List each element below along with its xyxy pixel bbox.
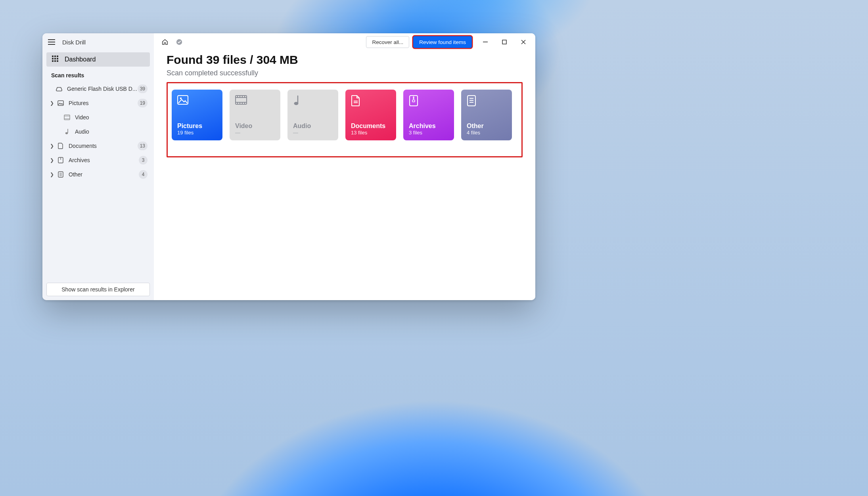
close-button[interactable] [514, 33, 533, 51]
svg-point-2 [65, 132, 68, 134]
titlebar: Recover all... Review found items [154, 33, 535, 51]
svg-rect-8 [178, 96, 188, 104]
card-title: Documents [351, 123, 391, 130]
card-archives[interactable]: Archives3 files [403, 90, 454, 140]
card-video[interactable]: Video— [230, 90, 280, 140]
tree-item-badge: 13 [138, 142, 148, 150]
home-icon[interactable] [159, 36, 171, 48]
picture-icon [57, 100, 65, 106]
archive-icon [57, 157, 65, 163]
main-area: Recover all... Review found items Found … [154, 33, 535, 300]
chevron-right-icon: ❯ [49, 100, 55, 106]
tree-item-label: Documents [69, 143, 138, 149]
tree-item-documents[interactable]: ❯Documents13 [46, 139, 150, 153]
audio-icon [63, 128, 71, 135]
card-subtitle: 13 files [351, 130, 391, 136]
tree-item-label: Video [75, 114, 148, 121]
sidebar-item-dashboard[interactable]: Dashboard [46, 52, 150, 67]
tree-item-label: Other [69, 171, 139, 178]
card-title: Archives [409, 123, 448, 130]
app-title: Disk Drill [62, 39, 86, 46]
minimize-button[interactable] [476, 33, 495, 51]
card-subtitle: — [293, 130, 333, 136]
tree-item-video[interactable]: Video [46, 110, 150, 124]
show-in-explorer-button[interactable]: Show scan results in Explorer [46, 283, 150, 296]
document-icon [57, 143, 65, 149]
picture-icon [177, 95, 217, 109]
card-title: Other [467, 123, 506, 130]
card-subtitle: 4 files [467, 130, 506, 136]
tree-item-label: Archives [69, 157, 139, 163]
recover-all-button[interactable]: Recover all... [366, 36, 409, 48]
svg-rect-13 [412, 100, 415, 102]
card-subtitle: 3 files [409, 130, 448, 136]
card-title: Audio [293, 123, 333, 130]
tree-item-label: Audio [75, 128, 148, 135]
hamburger-icon[interactable] [48, 38, 57, 46]
video-icon [235, 95, 275, 109]
chevron-right-icon: ❯ [49, 157, 55, 163]
video-icon [63, 115, 71, 120]
check-circle-icon[interactable] [174, 36, 185, 48]
card-title: Pictures [177, 123, 217, 130]
svg-point-11 [294, 102, 299, 105]
svg-rect-0 [58, 101, 63, 105]
tree-disk[interactable]: Generic Flash Disk USB D... 39 [46, 82, 150, 96]
svg-rect-6 [483, 42, 488, 42]
tree-item-label: Pictures [69, 100, 138, 106]
card-documents[interactable]: Documents13 files [345, 90, 396, 140]
card-pictures[interactable]: Pictures19 files [172, 90, 222, 140]
svg-rect-1 [64, 115, 70, 120]
card-audio[interactable]: Audio— [287, 90, 338, 140]
other-icon [57, 171, 65, 178]
tree-item-badge: 3 [139, 156, 148, 165]
archive-icon [409, 95, 448, 109]
section-title: Scan results [46, 70, 150, 82]
document-icon [351, 95, 391, 109]
sidebar-footer: Show scan results in Explorer [42, 279, 154, 300]
sidebar: Disk Drill Dashboard Scan results Generi… [42, 33, 154, 300]
grid-icon [52, 56, 60, 63]
card-subtitle: 19 files [177, 130, 217, 136]
sidebar-body: Dashboard Scan results Generic Flash Dis… [42, 51, 154, 279]
tree-item-other[interactable]: ❯Other4 [46, 167, 150, 182]
tree-disk-label: Generic Flash Disk USB D... [67, 86, 138, 92]
tree-item-badge: 4 [139, 170, 148, 179]
svg-rect-7 [502, 40, 506, 44]
card-subtitle: — [235, 130, 275, 136]
svg-point-9 [180, 98, 182, 99]
tree-item-pictures[interactable]: ❯Pictures19 [46, 96, 150, 110]
usb-disk-icon [55, 86, 63, 92]
audio-icon [293, 95, 333, 109]
content: Found 39 files / 304 MB Scan completed s… [154, 51, 535, 157]
card-other[interactable]: Other4 files [461, 90, 512, 140]
chevron-right-icon: ❯ [49, 143, 55, 149]
tree-item-audio[interactable]: Audio [46, 124, 150, 139]
maximize-button[interactable] [495, 33, 514, 51]
tree-item-archives[interactable]: ❯Archives3 [46, 153, 150, 167]
cards-row: Pictures19 filesVideo—Audio—Documents13 … [172, 90, 517, 140]
subhead: Scan completed successfully [167, 69, 523, 77]
chevron-right-icon: ❯ [49, 172, 55, 177]
app-window: Disk Drill Dashboard Scan results Generi… [42, 33, 535, 300]
dashboard-label: Dashboard [65, 56, 96, 63]
review-found-items-button[interactable]: Review found items [413, 36, 472, 48]
card-title: Video [235, 123, 275, 130]
tree-item-badge: 19 [138, 99, 148, 107]
tree-disk-badge: 39 [138, 84, 148, 93]
cards-highlight: Pictures19 filesVideo—Audio—Documents13 … [167, 82, 523, 157]
sidebar-header: Disk Drill [42, 33, 154, 51]
headline: Found 39 files / 304 MB [167, 53, 523, 67]
other-icon [467, 95, 506, 109]
